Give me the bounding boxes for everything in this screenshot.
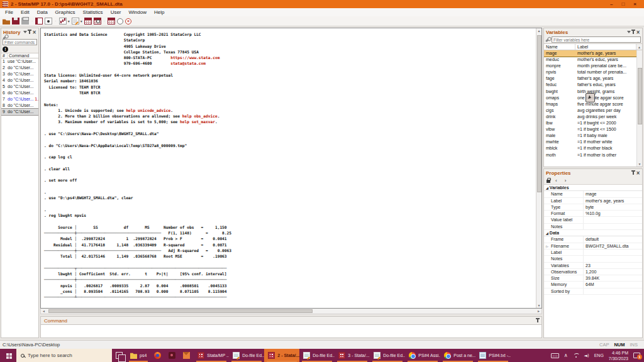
property-row[interactable]: Memory64M <box>544 282 642 288</box>
scroll-thumb[interactable] <box>48 309 313 313</box>
variable-row-fage[interactable]: fagefather's age, years <box>544 75 636 82</box>
menu-item-help[interactable]: Help <box>150 9 168 15</box>
menu-item-file[interactable]: File <box>1 9 17 15</box>
pin-icon[interactable] <box>537 319 538 322</box>
property-row[interactable]: Variables23 <box>544 263 642 269</box>
variable-row-monpre[interactable]: monpremonth prenatal care be... <box>544 63 636 69</box>
language-indicator[interactable]: ENG <box>594 353 604 358</box>
results-link[interactable]: help obs_advice <box>182 114 218 118</box>
results-link[interactable]: https://www.stata.com <box>170 55 219 60</box>
network-icon[interactable] <box>573 353 579 358</box>
property-row[interactable]: Typebyte <box>544 204 642 211</box>
taskbar-item-ps-4-txt[interactable]: PS#4.txt -... <box>475 349 511 362</box>
graph-icon[interactable] <box>59 18 67 25</box>
variables-filter-input[interactable] <box>552 36 641 43</box>
history-row[interactable]: 4do "C:\User... <box>1 77 38 84</box>
close-icon[interactable]: × <box>32 30 36 35</box>
data-editor-icon[interactable] <box>84 18 92 25</box>
close-icon[interactable]: × <box>636 30 640 35</box>
scroll-thumb[interactable] <box>537 35 541 192</box>
menu-item-window[interactable]: Window <box>125 9 150 15</box>
collapse-triangle-icon[interactable]: ◢ <box>546 231 548 235</box>
variable-row-vlbw[interactable]: vlbw=1 if bwght <= 1500 <box>544 126 636 133</box>
variable-row-mage[interactable]: magemother's age, years <box>544 50 636 57</box>
viewer-icon[interactable] <box>45 18 52 25</box>
scroll-up-icon[interactable]: ▲ <box>538 28 541 33</box>
variable-row-drink[interactable]: drinkavg drinks per week <box>544 114 636 120</box>
history-row[interactable]: 8do "C:\User... <box>1 102 38 109</box>
property-row[interactable]: Label <box>544 250 642 256</box>
collapse-triangle-icon[interactable]: ◢ <box>546 186 548 190</box>
next-variable-button[interactable]: › <box>562 177 569 184</box>
history-row[interactable]: 9do "C:\User... <box>1 109 38 115</box>
pin-icon[interactable] <box>29 31 30 34</box>
taskbar-item[interactable] <box>165 349 179 362</box>
scroll-up-icon[interactable]: ▲ <box>636 44 642 50</box>
chevron-down-icon[interactable]: ▾ <box>80 19 82 23</box>
variable-row-moth[interactable]: moth=1 if mother is other <box>544 152 636 158</box>
variable-row-mwhte[interactable]: mwhte=1 if mother white <box>544 139 636 145</box>
taskbar-item-do-file-ed[interactable]: Do-file Ed... <box>299 349 335 362</box>
save-icon[interactable] <box>12 18 19 25</box>
variable-row-male[interactable]: male=1 if baby male <box>544 133 636 139</box>
taskbar-item-2-stata[interactable]: 2 - Stata/... <box>264 349 299 362</box>
variables-manager-icon[interactable] <box>108 18 115 25</box>
taskbar-item-do-file-ed[interactable]: Do-file Ed... <box>370 349 405 362</box>
variable-row-cigs[interactable]: cigsavg cigarettes per day <box>544 107 636 114</box>
history-filter-input[interactable] <box>3 39 37 45</box>
property-row[interactable]: Notes <box>544 256 642 262</box>
command-input[interactable] <box>41 326 541 339</box>
variable-row-lbw[interactable]: lbw=1 if bwght <= 2000 <box>544 120 636 126</box>
menu-item-edit[interactable]: Edit <box>17 9 33 15</box>
open-icon[interactable] <box>3 18 10 25</box>
variable-row-npvis[interactable]: npvistotal number of prenata... <box>544 69 636 75</box>
filter-icon[interactable] <box>627 31 631 33</box>
variable-row-feduc[interactable]: feducfather's educ, years <box>544 82 636 88</box>
taskbar-item-do-file-ed[interactable]: Do-file Ed... <box>229 349 264 362</box>
close-icon[interactable]: × <box>636 171 640 175</box>
taskbar-item[interactable] <box>112 349 126 362</box>
results-link[interactable]: help set_maxvar <box>180 119 215 124</box>
maximize-button[interactable]: □ <box>621 1 625 7</box>
wrench-icon[interactable] <box>545 37 550 41</box>
taskbar-item[interactable] <box>179 349 194 362</box>
scroll-down-icon[interactable]: ▼ <box>538 303 541 308</box>
more-icon[interactable] <box>117 18 123 25</box>
taskbar-item-3-stata[interactable]: 3 - Stata/... <box>335 349 370 362</box>
property-row[interactable]: Value label <box>544 217 642 223</box>
command-input-area[interactable] <box>40 324 542 338</box>
history-row[interactable]: 1use "C:\User... <box>1 58 38 65</box>
properties-section-data[interactable]: ◢Data <box>544 230 642 236</box>
scroll-left-icon[interactable]: ◄ <box>41 309 47 313</box>
prev-variable-button[interactable]: ‹ <box>553 177 560 184</box>
taskbar-item-ps4[interactable]: ps4 <box>126 349 150 362</box>
property-row[interactable]: Format%10.0g <box>544 211 642 217</box>
property-row[interactable]: ▷FilenameBWGHT2_SMALL.dta <box>544 243 642 250</box>
results-link[interactable]: help unicode_advice <box>126 108 170 112</box>
taskbar-item-stata-mp[interactable]: Stata/MP ... <box>194 349 229 362</box>
variables-scrollbar[interactable]: ▼ <box>636 50 642 167</box>
property-row[interactable]: Size39.84K <box>544 275 642 282</box>
volume-icon[interactable]: ◄) <box>584 353 589 358</box>
pin-icon[interactable] <box>633 172 634 175</box>
taskbar-clock[interactable]: 4:46 PM 7/30/2023 <box>609 350 628 361</box>
property-row[interactable]: Observations1,200 <box>544 269 642 275</box>
taskbar-item-post-a-ne[interactable]: Post a ne... <box>440 349 475 362</box>
property-row[interactable]: Notes <box>544 224 642 230</box>
break-icon[interactable]: × <box>125 18 131 25</box>
start-button[interactable] <box>0 349 16 362</box>
variable-row-mblck[interactable]: mblck=1 if mother black <box>544 145 636 151</box>
print-icon[interactable] <box>21 18 29 25</box>
property-row[interactable]: Sorted by <box>544 288 642 295</box>
results-link[interactable]: stata@stata.com <box>170 61 206 65</box>
property-row[interactable]: Labelmother's age, years <box>544 198 642 204</box>
minimize-button[interactable]: – <box>610 1 613 7</box>
scroll-thumb[interactable] <box>638 68 642 124</box>
pin-icon[interactable] <box>633 31 634 34</box>
menu-item-user[interactable]: User <box>107 9 125 15</box>
history-row[interactable]: 3do "C:\User... <box>1 71 38 77</box>
taskbar-item[interactable] <box>150 349 165 362</box>
dofile-editor-icon[interactable] <box>72 18 79 25</box>
property-row[interactable]: Framedefault <box>544 236 642 243</box>
hidden-icons-chevron[interactable]: ∧ <box>564 353 568 358</box>
